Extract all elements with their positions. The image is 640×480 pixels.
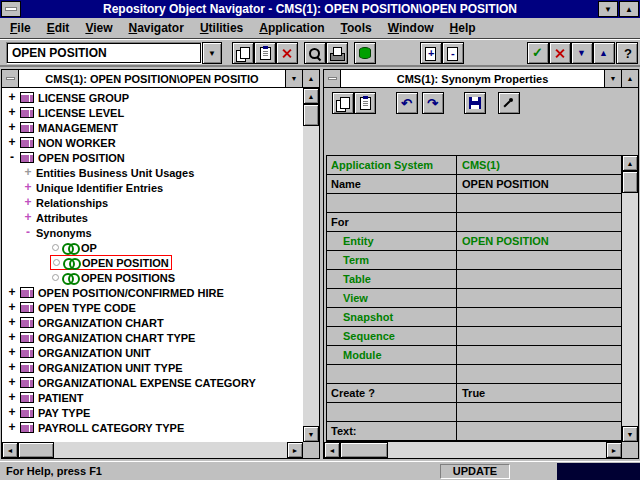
menu-item-help[interactable]: Help [442,19,484,37]
minimize-button[interactable] [598,1,618,17]
tree-item-patient[interactable]: +PATIENT [2,390,303,405]
collapse-expander-icon[interactable]: - [6,151,18,164]
copy-properties-button[interactable] [332,92,354,114]
delete-object-button[interactable] [276,42,298,64]
scroll-up-button[interactable] [303,88,319,104]
tree-item-relationships[interactable]: +Relationships [2,195,303,210]
menu-item-utilities[interactable]: Utilities [192,19,251,37]
navigate-combo-input[interactable]: OPEN POSITION [6,42,202,64]
paste-object-button[interactable] [254,42,276,64]
expand-expander-icon[interactable]: + [6,121,18,134]
menu-item-edit[interactable]: Edit [39,19,78,37]
help-button[interactable] [616,42,638,64]
tree-item-content[interactable]: OPEN POSITIONS [50,270,177,285]
navigator-sysmenu-button[interactable] [2,70,19,87]
tree-item-content[interactable]: LICENSE LEVEL [18,105,126,120]
tree-item-open-position-confirmed-hire[interactable]: +OPEN POSITION/CONFIRMED HIRE [2,285,303,300]
property-value[interactable] [457,327,621,345]
tree-item-non-worker[interactable]: +NON WORKER [2,135,303,150]
tree-item-content[interactable]: ORGANIZATIONAL EXPENSE CATEGORY [18,375,258,390]
tree-item-content[interactable]: NON WORKER [18,135,118,150]
property-value[interactable] [457,251,621,269]
zoom-button[interactable] [304,42,326,64]
tree-item-content[interactable]: ORGANIZATION CHART TYPE [18,330,197,345]
tree-item-content[interactable]: ORGANIZATION UNIT [18,345,153,360]
menu-item-window[interactable]: Window [380,19,442,37]
expand-expander-icon[interactable]: + [6,301,18,314]
tree-item-synonyms[interactable]: -Synonyms [2,225,303,240]
menu-item-tools[interactable]: Tools [333,19,380,37]
scrollbar-thumb[interactable] [303,104,319,126]
tree-item-content[interactable]: OP [50,240,99,255]
expand-expander-icon[interactable]: + [6,361,18,374]
property-value[interactable]: CMS(1) [457,156,621,174]
expand-expander-icon[interactable]: + [6,136,18,149]
tree-item-content[interactable]: PAYROLL CATEGORY TYPE [18,420,186,435]
properties-sysmenu-button[interactable] [324,70,341,87]
tree-item-payroll-category-type[interactable]: +PAYROLL CATEGORY TYPE [2,420,303,435]
property-value[interactable]: True [457,384,621,402]
properties-vertical-scrollbar[interactable] [622,155,638,442]
menu-item-application[interactable]: Application [251,19,332,37]
print-button[interactable] [326,42,348,64]
tree-item-op[interactable]: OP [2,240,303,255]
expand-expander-icon[interactable]: + [6,286,18,299]
repository-button[interactable] [354,42,376,64]
scroll-right-button[interactable] [606,442,622,458]
menu-item-navigator[interactable]: Navigator [121,19,192,37]
paste-properties-button[interactable] [354,92,376,114]
pin-button[interactable] [498,92,520,114]
tree-item-unique-identifier-entries[interactable]: +Unique Identifier Entries [2,180,303,195]
scroll-left-button[interactable] [324,442,340,458]
property-value[interactable]: OPEN POSITION [457,232,621,250]
tree-item-content[interactable]: Attributes [34,210,90,225]
scroll-right-button[interactable] [287,442,303,458]
navigator-maximize-button[interactable] [302,70,319,87]
tree-item-selected[interactable]: OPEN POSITION [50,255,172,270]
property-value[interactable]: OPEN POSITION [457,175,621,193]
expand-expander-icon[interactable]: + [6,106,18,119]
tree-item-open-type-code[interactable]: +OPEN TYPE CODE [2,300,303,315]
expand-expander-icon[interactable]: + [22,181,34,194]
tree-item-content[interactable]: OPEN POSITION/CONFIRMED HIRE [18,285,226,300]
tree-item-content[interactable]: ORGANIZATION UNIT TYPE [18,360,185,375]
copy-object-button[interactable] [232,42,254,64]
collapse-branch-button[interactable] [442,42,464,64]
tree-item-organizational-expense-category[interactable]: +ORGANIZATIONAL EXPENSE CATEGORY [2,375,303,390]
tree-item-content[interactable]: PATIENT [18,390,85,405]
tree-item-content[interactable]: Entities Business Unit Usages [34,165,196,180]
tree-item-content[interactable]: MANAGEMENT [18,120,120,135]
tree-item-content[interactable]: LICENSE GROUP [18,90,131,105]
collapse-expander-icon[interactable]: - [22,226,34,239]
properties-maximize-button[interactable] [621,70,638,87]
scrollbar-thumb[interactable] [18,442,54,458]
scrollbar-thumb[interactable] [340,442,388,458]
tree-horizontal-scrollbar[interactable] [2,442,303,458]
tree-item-organization-chart-type[interactable]: +ORGANIZATION CHART TYPE [2,330,303,345]
tree-item-content[interactable]: OPEN POSITION [18,150,127,165]
save-button[interactable] [464,92,486,114]
expand-expander-icon[interactable]: + [22,196,34,209]
menu-item-view[interactable]: View [77,19,120,37]
property-value[interactable] [457,308,621,326]
navigator-minimize-button[interactable] [285,70,302,87]
property-value[interactable] [457,289,621,307]
tree-item-content[interactable]: PAY TYPE [18,405,92,420]
tree-item-open-positions[interactable]: OPEN POSITIONS [2,270,303,285]
tree-item-management[interactable]: +MANAGEMENT [2,120,303,135]
expand-expander-icon[interactable]: + [22,166,34,179]
rollback-button[interactable] [549,42,571,64]
expand-expander-icon[interactable]: + [6,391,18,404]
expand-expander-icon[interactable]: + [6,376,18,389]
combo-dropdown-button[interactable] [202,42,222,64]
tree-item-content[interactable]: OPEN TYPE CODE [18,300,138,315]
scroll-down-button[interactable] [303,426,319,442]
properties-minimize-button[interactable] [604,70,621,87]
property-value[interactable] [457,194,621,212]
tree-item-open-position[interactable]: -OPEN POSITION [2,150,303,165]
tree-item-entities-business-unit-usages[interactable]: +Entities Business Unit Usages [2,165,303,180]
tree-item-license-level[interactable]: +LICENSE LEVEL [2,105,303,120]
tree-item-license-group[interactable]: +LICENSE GROUP [2,90,303,105]
move-down-button[interactable] [571,42,593,64]
tree-item-content[interactable]: Synonyms [34,225,94,240]
